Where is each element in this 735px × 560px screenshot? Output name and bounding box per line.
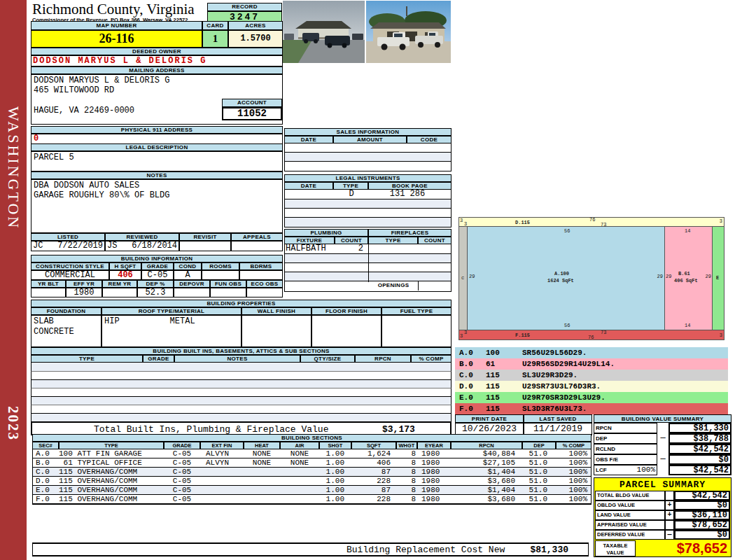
notes-label: NOTES	[31, 172, 283, 179]
sc-code: 61	[486, 358, 522, 370]
account-box: ACCOUNT 11052	[222, 99, 282, 120]
grade-value: C-05	[141, 270, 174, 280]
mailing-address-label: MAILING ADDRESS	[31, 66, 283, 74]
section-code-row: E.0 115 U29R70SR3D29L3U29.	[455, 392, 728, 403]
bs-cell-eyear: 1980	[417, 477, 451, 485]
building-section-row: C.0115 OVERHANG/COMMC-051.008781980$1,40…	[33, 468, 591, 477]
col-rpcn: RPCN	[451, 442, 522, 449]
fixture-value: HALFBATH	[285, 244, 335, 253]
state-watermark: WASHINGTON	[4, 106, 22, 230]
reviewed-value: JS6/18/2014	[105, 241, 179, 251]
bvs-value: $38,788	[668, 433, 732, 444]
sketch-dim: 29	[706, 274, 711, 279]
sketch-a-sqft: 1624 SqFt	[547, 279, 574, 284]
map-row: MAP NUMBER 26-116 CARD 1 ACRES 1.5700	[31, 21, 283, 48]
col-sqft: SQFT	[351, 442, 396, 449]
bvs-label: RPCN	[596, 424, 612, 433]
bs-cell-comp: 100%	[556, 486, 592, 494]
sales-information: SALES INFORMATION DATE AMOUNT CODE	[284, 128, 451, 172]
bs-cell-rpcn: $40,884	[451, 449, 522, 458]
taxable-label: TAXABLE VALUE	[595, 540, 636, 556]
bvs-value: $81,330	[668, 423, 732, 433]
col-rooms: ROOMS	[202, 262, 239, 270]
map-number-label: MAP NUMBER	[31, 21, 202, 30]
reviewed-label: REVIEWED	[105, 233, 179, 241]
building-sections: BUILDING SECTIONS SEC# TYPE GRADE EXT FI…	[32, 434, 592, 505]
building-information: BUILDING INFORMATION CONSTRUCTION STYLE …	[31, 255, 283, 298]
bvs-label: OBS F/E	[596, 455, 618, 464]
bs-cell-whgt: 8	[396, 477, 417, 485]
bs-cell-eyear: 1980	[417, 495, 451, 503]
sketch-f-label: F.115	[515, 333, 530, 338]
sketch-dim: 3	[464, 330, 467, 335]
bs-cell-shgt: 1.00	[319, 458, 351, 467]
sketch-section-d: 3 3 D.115 76 73 3	[458, 217, 724, 227]
sketch-dim: 3	[720, 333, 722, 338]
sc-code: 115	[486, 392, 522, 403]
section-code-row: B.0 61 U29R56SD29R14U29L14.	[455, 358, 728, 370]
fuel-type-value	[382, 315, 451, 347]
legal-description-box: LEGAL DESCRIPTION PARCEL 5	[31, 144, 283, 172]
bs-cell-dep: 51.0	[522, 468, 556, 476]
instrument-empty-row	[285, 209, 451, 218]
bs-cell-comp: 100%	[556, 468, 592, 476]
bs-cell-ext	[200, 495, 244, 503]
col-floor-finish: FLOOR FINISH	[312, 307, 382, 315]
sales-empty-row	[285, 162, 451, 171]
sc-sec: B.0	[455, 358, 486, 370]
ps-row: DEFERRED VALUE — $0	[595, 530, 730, 540]
bs-cell-rpcn: $27,105	[451, 458, 522, 467]
ps-label: APPRAISED VALUE	[595, 520, 665, 530]
built-ins-empty-row	[31, 396, 451, 405]
ps-op: —	[665, 530, 674, 540]
bvs-label: LCF	[596, 465, 607, 475]
col-whgt: WHGT	[396, 442, 417, 449]
col-wall-finish: WALL FINISH	[241, 307, 312, 315]
bs-cell-heat	[244, 495, 280, 503]
mailing-line-2: 465 WILTOWOOD RD	[31, 85, 282, 95]
bs-cell-sec: A.0	[33, 449, 59, 458]
foundation-line-1: SLAB	[34, 316, 101, 327]
sc-sec: C.0	[455, 370, 486, 381]
bvs-row: DEP — $38,788	[594, 433, 732, 444]
deeded-owner-label: DEEDED OWNER	[31, 48, 283, 55]
account-value: 11052	[222, 107, 282, 120]
plumbing-label: PLUMBING	[284, 229, 368, 237]
sketch-section-f: 3 3 F.115 73 76 3	[458, 330, 724, 340]
deeded-owner-box: DEEDED OWNER DODSON MARYUS L & DELORIS G	[31, 48, 283, 66]
col-bi-type: TYPE	[31, 355, 143, 363]
property-photo-left[interactable]	[283, 1, 365, 63]
openings-row: OPENINGS	[285, 281, 451, 290]
wall-finish-value	[241, 315, 312, 347]
mailing-line-3: HAGUE, VA 22469-0000	[34, 106, 134, 115]
bs-cell-sec: E.0	[33, 486, 59, 494]
floor-finish-value	[312, 315, 382, 347]
bvs-op: —	[657, 454, 668, 465]
col-bi-notes: NOTES	[174, 355, 300, 363]
legal-description-label: LEGAL DESCRIPTION	[31, 144, 283, 151]
section-code-row: F.0 115 SL3D3R76U3L73.	[455, 403, 728, 414]
sc-sec: F.0	[455, 403, 486, 414]
sc-sec: A.0	[455, 347, 486, 358]
notes-box: NOTES DBA DODSON AUTO SALES GARAGE ROUGH…	[31, 172, 283, 233]
property-photo-right-image	[366, 1, 451, 63]
acres-value: 1.5700	[228, 30, 283, 48]
col-depovr: DEPOVR	[174, 280, 210, 288]
yrblt-value	[31, 288, 66, 298]
bvs-value: $42,542	[668, 465, 732, 475]
col-eyear: EYEAR	[417, 442, 451, 449]
property-photo-right[interactable]	[366, 1, 451, 63]
property-record-card: WASHINGTON 2023 Richmond County, Virgini…	[0, 0, 735, 560]
col-fireplace-count: COUNT	[418, 237, 451, 244]
col-remyr: REM YR	[102, 280, 137, 288]
county-header: Richmond County, Virginia Commissioner o…	[32, 1, 207, 23]
sc-trace: SL3D3R76U3L73.	[522, 403, 587, 414]
ps-value: $0	[674, 500, 730, 510]
bvs-value: $42,542	[668, 444, 732, 454]
col-air: AIR	[280, 442, 319, 449]
bs-cell-grade: C-05	[164, 449, 200, 458]
fireplaces-label: FIREPLACES	[368, 229, 451, 237]
bvs-op	[657, 465, 668, 475]
sc-trace: SR56U29L56D29.	[522, 347, 587, 358]
bs-cell-comp: 100%	[556, 458, 592, 467]
